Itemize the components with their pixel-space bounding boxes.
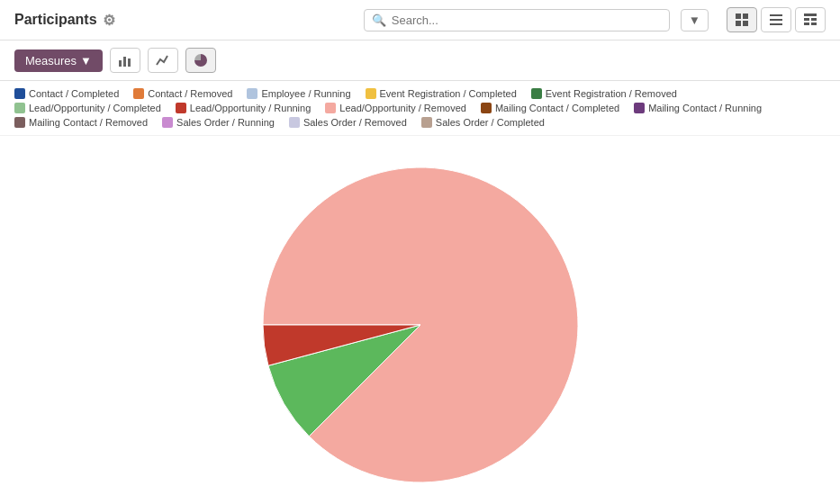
legend-item: Sales Order / Running: [162, 117, 275, 128]
svg-rect-11: [811, 22, 817, 25]
image-view-button[interactable]: [727, 7, 757, 32]
pie-chart-icon: [194, 53, 208, 68]
title-text: Participants: [14, 12, 97, 28]
search-container: 🔍: [364, 9, 670, 32]
table-icon: [803, 13, 817, 27]
legend-color: [366, 88, 376, 99]
line-chart-icon: [156, 53, 170, 68]
pie-chart-svg: [249, 154, 592, 496]
list-view-button[interactable]: [761, 7, 791, 32]
svg-rect-13: [123, 57, 126, 67]
search-input[interactable]: [392, 14, 662, 27]
legend-item: Contact / Completed: [14, 88, 119, 99]
legend-label: Lead/Opportunity / Removed: [339, 103, 466, 113]
legend-color: [133, 88, 144, 99]
svg-rect-6: [770, 23, 782, 25]
svg-rect-9: [811, 18, 817, 21]
measures-button[interactable]: Measures ▼: [14, 50, 103, 72]
search-icon: 🔍: [372, 14, 386, 27]
image-icon: [735, 13, 749, 27]
legend-label: Lead/Opportunity / Completed: [29, 103, 161, 113]
legend-label: Sales Order / Completed: [436, 117, 545, 128]
legend-color: [421, 117, 432, 128]
search-dropdown-button[interactable]: ▼: [681, 9, 709, 32]
line-chart-button[interactable]: [148, 48, 178, 73]
list-icon: [769, 13, 783, 27]
legend-color: [247, 88, 257, 99]
bar-chart-icon: [118, 53, 132, 68]
chart-area: [0, 136, 840, 504]
legend-color: [14, 117, 25, 128]
view-buttons: [727, 7, 826, 32]
svg-rect-8: [804, 18, 809, 21]
pie-chart-button[interactable]: [185, 48, 216, 73]
legend-label: Mailing Contact / Removed: [29, 117, 148, 128]
legend-item: Lead/Opportunity / Removed: [325, 103, 466, 113]
bar-chart-button[interactable]: [110, 48, 140, 73]
legend-item: Lead/Opportunity / Completed: [14, 103, 161, 113]
toolbar: Measures ▼: [0, 40, 840, 81]
top-bar: Participants ⚙ 🔍 ▼: [0, 0, 840, 40]
measures-arrow-icon: ▼: [80, 54, 92, 68]
legend-label: Event Registration / Removed: [546, 88, 677, 99]
svg-rect-14: [128, 58, 131, 67]
legend-label: Mailing Contact / Running: [648, 103, 762, 113]
legend-item: Lead/Opportunity / Running: [176, 103, 312, 113]
svg-rect-1: [743, 14, 748, 19]
legend-item: Contact / Removed: [133, 88, 232, 99]
legend-item: Event Registration / Completed: [366, 88, 517, 99]
svg-rect-0: [736, 14, 741, 19]
legend-label: Sales Order / Removed: [303, 117, 407, 128]
gear-icon[interactable]: ⚙: [103, 12, 115, 29]
svg-rect-12: [119, 60, 122, 67]
table-view-button[interactable]: [795, 7, 826, 32]
legend-color: [14, 103, 25, 113]
legend-area: Contact / CompletedContact / RemovedEmpl…: [0, 81, 840, 136]
legend-label: Contact / Removed: [148, 88, 232, 99]
svg-rect-7: [804, 14, 817, 16]
legend-color: [176, 103, 186, 113]
legend-label: Lead/Opportunity / Running: [190, 103, 312, 113]
legend-color: [531, 88, 542, 99]
measures-label: Measures: [25, 54, 77, 68]
legend-item: Mailing Contact / Running: [634, 103, 762, 113]
legend-item: Sales Order / Completed: [421, 117, 545, 128]
legend-label: Employee / Running: [261, 88, 350, 99]
legend-label: Sales Order / Running: [176, 117, 275, 128]
legend-item: Mailing Contact / Completed: [481, 103, 619, 113]
legend-label: Contact / Completed: [29, 88, 119, 99]
legend-color: [14, 88, 25, 99]
legend-color: [325, 103, 336, 113]
svg-rect-5: [770, 19, 782, 21]
legend-label: Event Registration / Completed: [380, 88, 517, 99]
svg-rect-2: [736, 21, 741, 26]
legend-color: [481, 103, 492, 113]
legend-item: Mailing Contact / Removed: [14, 117, 148, 128]
svg-rect-3: [743, 21, 748, 26]
legend-item: Event Registration / Removed: [531, 88, 677, 99]
legend-color: [289, 117, 300, 128]
legend-color: [634, 103, 645, 113]
legend-label: Mailing Contact / Completed: [495, 103, 619, 113]
legend-color: [162, 117, 173, 128]
svg-rect-10: [804, 22, 809, 25]
legend-item: Sales Order / Removed: [289, 117, 407, 128]
svg-rect-4: [770, 14, 782, 16]
page-title: Participants ⚙: [14, 12, 115, 29]
legend-item: Employee / Running: [247, 88, 350, 99]
